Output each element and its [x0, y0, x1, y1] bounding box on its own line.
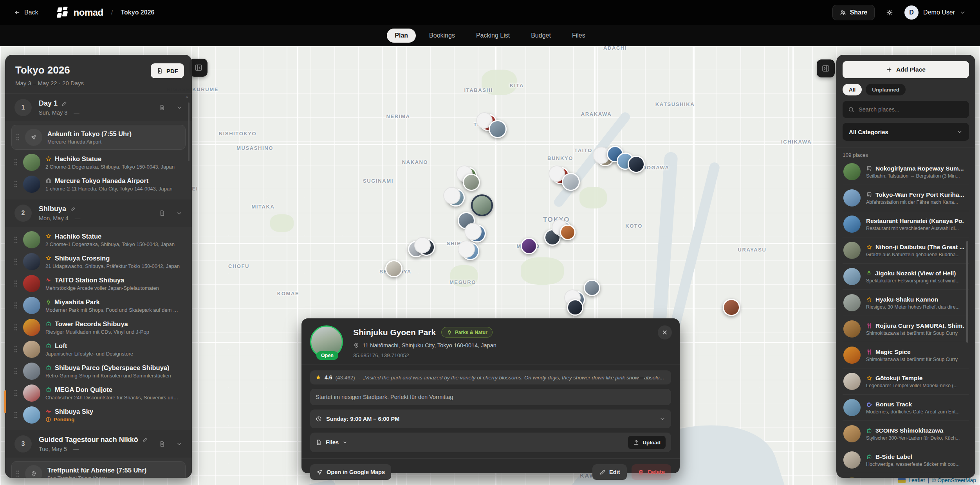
back-button[interactable]: Back — [14, 9, 38, 16]
close-button[interactable] — [658, 325, 672, 340]
itinerary-item-ankunft-in-tokyo-7-55-uhr[interactable]: Ankunft in Tokyo (7:55 Uhr) Mercure Hane… — [11, 125, 186, 150]
itinerary-item-hachiko-statue[interactable]: Hachiko Statue 2 Chome-1 Dogenzaka, Shib… — [11, 229, 186, 250]
map-marker[interactable] — [489, 120, 507, 138]
tab-packing-list[interactable]: Packing List — [468, 29, 518, 43]
itinerary-item-loft[interactable]: Loft Japanischer Lifestyle- und Designst… — [11, 339, 186, 360]
drag-handle-icon[interactable] — [14, 323, 18, 331]
map-marker[interactable] — [562, 173, 580, 191]
chevron-down-icon[interactable] — [176, 210, 182, 216]
places-list[interactable]: Nokogiriyama Ropeway Sum... Seilbahn: Ta… — [843, 159, 969, 478]
place-list-item-village-vanguard[interactable]: Village Vanguard — [843, 473, 969, 478]
share-button[interactable]: Share — [832, 5, 875, 20]
place-list-item-restaurant-harunatei-kanaya-po[interactable]: Restaurant Harunatei (Kanaya Po... Resta… — [843, 211, 969, 237]
map-marker[interactable] — [567, 299, 583, 316]
day-notes-icon[interactable] — [159, 441, 165, 447]
itinerary-item-miyashita-park[interactable]: Miyashita Park Moderner Park mit Shops, … — [11, 295, 186, 316]
drag-handle-icon[interactable] — [14, 302, 18, 309]
place-list-item-g-tokuji-temple[interactable]: Gōtokuji Temple Legendärer Tempel voller… — [843, 368, 969, 395]
drag-handle-icon[interactable] — [14, 258, 18, 266]
drag-handle-icon[interactable] — [14, 180, 18, 188]
day-notes-icon[interactable] — [159, 104, 165, 111]
map-marker[interactable] — [463, 174, 480, 191]
map-marker[interactable] — [385, 260, 402, 277]
tab-plan[interactable]: Plan — [387, 29, 416, 43]
map-marker[interactable] — [418, 239, 435, 256]
itinerary-item-shibuya-parco-cyberspace-shibuya[interactable]: Shibuya Parco (Cyberspace Shibuya) Retro… — [11, 361, 186, 382]
filter-unplanned[interactable]: Unplanned — [866, 84, 906, 95]
day-header-3[interactable]: 3 Guided Tagestour nach Nikkō Tue, May 5… — [5, 430, 192, 458]
itinerary-item-shibuya-crossing[interactable]: Shibuya Crossing 21 Udagawacho, Shibuya,… — [11, 251, 186, 272]
drag-handle-icon[interactable] — [14, 280, 18, 287]
place-list-item-b-side-label[interactable]: B-Side Label Hochwertige, wasserfeste St… — [843, 447, 969, 473]
itinerary-item-hachiko-statue[interactable]: Hachiko Statue 2 Chome-1 Dogenzaka, Shib… — [11, 152, 186, 173]
itinerary-item-mega-don-quijote[interactable]: MEGA Don Quijote Chaotischer 24h-Discoun… — [11, 383, 186, 404]
theme-toggle[interactable] — [886, 9, 893, 16]
collapse-right-panel-button[interactable] — [817, 59, 835, 77]
filter-all[interactable]: All — [843, 84, 862, 95]
drag-handle-icon[interactable] — [16, 133, 20, 141]
opening-hours-row[interactable]: Sunday: 9:00 AM – 6:00 PM — [310, 410, 671, 428]
place-list-item-nihon-ji-daibutsu-the-great[interactable]: Nihon-ji Daibutsu (The Great ... Größte … — [843, 237, 969, 264]
place-list-item-hyaku-shaku-kannon[interactable]: Hyaku-Shaku Kannon Riesiges, 30 Meter ho… — [843, 290, 969, 316]
day-notes-icon[interactable] — [159, 210, 165, 216]
day-header-2[interactable]: 2 Shibuya Mon, May 4— — [5, 199, 192, 227]
tab-files[interactable]: Files — [564, 29, 593, 43]
leaflet-link[interactable]: Leaflet — [908, 477, 925, 483]
map-marker[interactable] — [461, 242, 479, 260]
place-list-item-jigoku-nozoki-view-of-hell[interactable]: Jigoku Nozoki (View of Hell) Spektakulär… — [843, 264, 969, 290]
account-menu[interactable]: D Demo User — [904, 5, 966, 20]
drag-handle-icon[interactable] — [14, 367, 18, 375]
map-marker[interactable] — [723, 299, 740, 316]
map-marker-selected[interactable] — [471, 194, 493, 216]
search-box[interactable] — [843, 101, 969, 118]
search-input[interactable] — [859, 106, 964, 113]
place-list-item-rojiura-curry-samurai-shim[interactable]: Rojiura Curry SAMURAI. Shim... Shimokita… — [843, 316, 969, 342]
itinerary-item-taito-station-shibuya[interactable]: TAITO Station Shibuya Mehrstöckige Arcad… — [11, 273, 186, 294]
osm-link[interactable]: © OpenStreetMap — [932, 477, 976, 483]
add-place-button[interactable]: Add Place — [843, 61, 969, 78]
map-marker[interactable] — [468, 225, 486, 242]
map-label-chofu: CHOFU — [228, 263, 249, 269]
map-marker[interactable] — [584, 280, 600, 296]
itinerary-item-shibuya-sky[interactable]: Shibuya Sky Pending — [11, 404, 186, 426]
star-icon — [45, 233, 52, 239]
itinerary-list[interactable]: ⌃ 1 Day 1 Sun, May 3— Ankunft in Tokyo (… — [5, 94, 192, 478]
files-row[interactable]: Files Upload — [310, 433, 671, 452]
delete-button[interactable]: Delete — [632, 464, 671, 480]
place-list-item-magic-spice[interactable]: Magic Spice Shimokitazawa ist berühmt fü… — [843, 342, 969, 368]
day-header-1[interactable]: 1 Day 1 Sun, May 3— — [5, 94, 192, 121]
itinerary-item-mercure-tokyo-haneda-airport[interactable]: Mercure Tokyo Haneda Airport 1-chōme-2-1… — [11, 174, 186, 195]
place-list-item-nokogiriyama-ropeway-sum[interactable]: Nokogiriyama Ropeway Sum... Seilbahn: Ta… — [843, 159, 969, 185]
drag-handle-icon[interactable] — [14, 411, 18, 419]
note-input[interactable]: Startet im riesigen Stadtpark. Perfekt f… — [310, 389, 671, 405]
tab-budget[interactable]: Budget — [523, 29, 559, 43]
app-logo[interactable]: nomad — [57, 7, 103, 18]
map-marker[interactable] — [560, 225, 576, 240]
drag-handle-icon[interactable] — [14, 389, 18, 397]
review-summary[interactable]: 4.6 (43.462) · „Visited the park and was… — [310, 370, 671, 384]
scrollbar-thumb[interactable] — [188, 102, 190, 161]
open-google-maps-button[interactable]: Open in Google Maps — [310, 464, 391, 480]
drag-handle-icon[interactable] — [14, 236, 18, 244]
place-list-item-bonus-track[interactable]: Bonus Track Modernes, dörfliches Café-Ar… — [843, 395, 969, 421]
map-marker[interactable] — [521, 238, 537, 254]
edit-button[interactable]: Edit — [592, 464, 627, 480]
collapse-left-panel-button[interactable] — [190, 59, 208, 77]
tab-bookings[interactable]: Bookings — [421, 29, 463, 43]
drag-handle-icon[interactable] — [14, 158, 18, 166]
drag-handle-icon[interactable] — [16, 470, 20, 478]
chevron-down-icon[interactable] — [176, 104, 182, 111]
itinerary-item-tower-records-shibuya[interactable]: Tower Records Shibuya Riesiger Musiklade… — [11, 317, 186, 338]
export-pdf-button[interactable]: PDF — [151, 63, 184, 78]
itinerary-item-treffpunkt-f-r-abreise-7-55-uhr[interactable]: Treffpunkt für Abreise (7:55 Uhr) Bus Te… — [11, 461, 186, 478]
map-marker[interactable] — [447, 189, 465, 207]
drag-handle-icon[interactable] — [14, 345, 18, 353]
place-list-item-tokyo-wan-ferry-port-kuriha[interactable]: Tokyo-Wan Ferry Port Kuriha... Abfahrtss… — [843, 185, 969, 211]
upload-button[interactable]: Upload — [628, 436, 666, 449]
scroll-up-arrow[interactable]: ⌃ — [185, 95, 189, 101]
scrollbar-thumb[interactable] — [966, 241, 968, 343]
map-marker[interactable] — [628, 156, 645, 173]
place-list-item-3coins-shimokitazawa[interactable]: 3COINS Shimokitazawa Stylischer 300-Yen-… — [843, 421, 969, 447]
category-dropdown[interactable]: All Categories — [843, 123, 969, 141]
chevron-down-icon[interactable] — [176, 441, 182, 447]
